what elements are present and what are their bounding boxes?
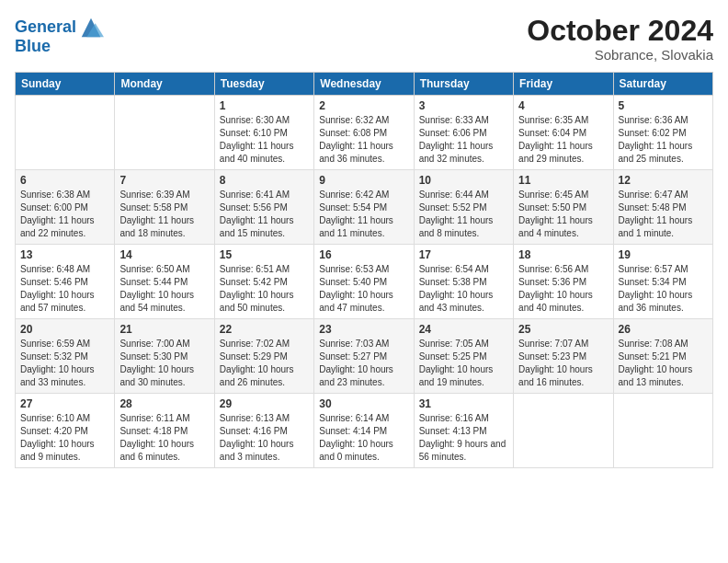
calendar-cell: 22Sunrise: 7:02 AM Sunset: 5:29 PM Dayli… <box>214 319 313 394</box>
calendar-table: SundayMondayTuesdayWednesdayThursdayFrid… <box>15 72 713 468</box>
day-of-week-header: Monday <box>115 73 214 96</box>
day-number: 25 <box>518 323 608 336</box>
day-info: Sunrise: 6:59 AM Sunset: 5:32 PM Dayligh… <box>20 338 109 389</box>
day-number: 2 <box>319 99 408 112</box>
day-info: Sunrise: 6:45 AM Sunset: 5:50 PM Dayligh… <box>518 189 608 240</box>
calendar-cell <box>115 96 214 170</box>
calendar-cell: 5Sunrise: 6:36 AM Sunset: 6:02 PM Daylig… <box>613 96 712 170</box>
calendar-cell: 13Sunrise: 6:48 AM Sunset: 5:46 PM Dayli… <box>16 245 115 319</box>
logo-icon <box>78 15 104 40</box>
calendar-cell: 29Sunrise: 6:13 AM Sunset: 4:16 PM Dayli… <box>214 394 313 468</box>
calendar-cell: 24Sunrise: 7:05 AM Sunset: 5:25 PM Dayli… <box>414 319 513 394</box>
day-number: 12 <box>619 174 708 187</box>
day-number: 17 <box>419 248 508 261</box>
day-number: 9 <box>319 174 408 187</box>
day-number: 29 <box>220 397 309 410</box>
calendar-cell: 26Sunrise: 7:08 AM Sunset: 5:21 PM Dayli… <box>613 319 712 394</box>
logo: General Blue <box>15 15 104 56</box>
day-number: 15 <box>220 248 309 261</box>
day-number: 23 <box>319 323 408 336</box>
day-number: 27 <box>20 397 109 410</box>
calendar-cell: 21Sunrise: 7:00 AM Sunset: 5:30 PM Dayli… <box>115 319 214 394</box>
subtitle: Sobrance, Slovakia <box>527 47 713 63</box>
day-of-week-header: Thursday <box>414 73 513 96</box>
calendar-cell: 10Sunrise: 6:44 AM Sunset: 5:52 PM Dayli… <box>414 170 513 245</box>
day-number: 31 <box>419 397 508 410</box>
day-info: Sunrise: 6:41 AM Sunset: 5:56 PM Dayligh… <box>220 189 309 240</box>
calendar-cell: 11Sunrise: 6:45 AM Sunset: 5:50 PM Dayli… <box>514 170 613 245</box>
calendar-cell: 19Sunrise: 6:57 AM Sunset: 5:34 PM Dayli… <box>613 245 712 319</box>
day-info: Sunrise: 6:38 AM Sunset: 6:00 PM Dayligh… <box>20 189 109 240</box>
calendar-cell: 1Sunrise: 6:30 AM Sunset: 6:10 PM Daylig… <box>214 96 313 170</box>
day-number: 22 <box>220 323 309 336</box>
day-info: Sunrise: 7:03 AM Sunset: 5:27 PM Dayligh… <box>319 338 408 389</box>
calendar-cell: 2Sunrise: 6:32 AM Sunset: 6:08 PM Daylig… <box>314 96 414 170</box>
calendar-body: 1Sunrise: 6:30 AM Sunset: 6:10 PM Daylig… <box>16 96 713 468</box>
day-info: Sunrise: 7:02 AM Sunset: 5:29 PM Dayligh… <box>220 338 309 389</box>
day-info: Sunrise: 6:10 AM Sunset: 4:20 PM Dayligh… <box>20 412 109 464</box>
day-info: Sunrise: 6:35 AM Sunset: 6:04 PM Dayligh… <box>518 114 608 166</box>
day-number: 20 <box>20 323 109 336</box>
day-info: Sunrise: 7:05 AM Sunset: 5:25 PM Dayligh… <box>419 338 508 389</box>
calendar-cell: 25Sunrise: 7:07 AM Sunset: 5:23 PM Dayli… <box>514 319 613 394</box>
day-of-week-header: Saturday <box>613 73 712 96</box>
day-number: 21 <box>119 323 209 336</box>
day-info: Sunrise: 6:14 AM Sunset: 4:14 PM Dayligh… <box>319 412 408 464</box>
day-info: Sunrise: 6:48 AM Sunset: 5:46 PM Dayligh… <box>20 263 109 315</box>
calendar-cell: 28Sunrise: 6:11 AM Sunset: 4:18 PM Dayli… <box>115 394 214 468</box>
day-number: 19 <box>619 248 708 261</box>
day-info: Sunrise: 6:53 AM Sunset: 5:40 PM Dayligh… <box>319 263 408 315</box>
day-number: 3 <box>419 99 508 112</box>
day-info: Sunrise: 6:54 AM Sunset: 5:38 PM Dayligh… <box>419 263 508 315</box>
header: General Blue October 2024 Sobrance, Slov… <box>15 15 713 63</box>
day-number: 4 <box>518 99 608 112</box>
page: General Blue October 2024 Sobrance, Slov… <box>0 0 728 563</box>
calendar-cell: 30Sunrise: 6:14 AM Sunset: 4:14 PM Dayli… <box>314 394 414 468</box>
day-number: 28 <box>119 397 209 410</box>
day-number: 16 <box>319 248 408 261</box>
calendar-cell: 15Sunrise: 6:51 AM Sunset: 5:42 PM Dayli… <box>214 245 313 319</box>
day-number: 7 <box>119 174 209 187</box>
day-info: Sunrise: 7:07 AM Sunset: 5:23 PM Dayligh… <box>518 338 608 389</box>
calendar-cell: 31Sunrise: 6:16 AM Sunset: 4:13 PM Dayli… <box>414 394 513 468</box>
day-info: Sunrise: 6:32 AM Sunset: 6:08 PM Dayligh… <box>319 114 408 166</box>
calendar-cell: 18Sunrise: 6:56 AM Sunset: 5:36 PM Dayli… <box>514 245 613 319</box>
day-info: Sunrise: 6:57 AM Sunset: 5:34 PM Dayligh… <box>619 263 708 315</box>
day-info: Sunrise: 6:16 AM Sunset: 4:13 PM Dayligh… <box>419 412 508 464</box>
calendar-week-row: 1Sunrise: 6:30 AM Sunset: 6:10 PM Daylig… <box>16 96 713 170</box>
calendar-cell: 8Sunrise: 6:41 AM Sunset: 5:56 PM Daylig… <box>214 170 313 245</box>
calendar-cell <box>514 394 613 468</box>
calendar-cell: 3Sunrise: 6:33 AM Sunset: 6:06 PM Daylig… <box>414 96 513 170</box>
calendar-week-row: 20Sunrise: 6:59 AM Sunset: 5:32 PM Dayli… <box>16 319 713 394</box>
day-number: 30 <box>319 397 408 410</box>
calendar-cell: 6Sunrise: 6:38 AM Sunset: 6:00 PM Daylig… <box>16 170 115 245</box>
day-info: Sunrise: 6:36 AM Sunset: 6:02 PM Dayligh… <box>619 114 708 166</box>
day-number: 11 <box>518 174 608 187</box>
month-title: October 2024 <box>527 15 713 47</box>
day-info: Sunrise: 6:44 AM Sunset: 5:52 PM Dayligh… <box>419 189 508 240</box>
title-block: October 2024 Sobrance, Slovakia <box>527 15 713 63</box>
calendar-cell <box>613 394 712 468</box>
day-number: 8 <box>220 174 309 187</box>
calendar-cell: 4Sunrise: 6:35 AM Sunset: 6:04 PM Daylig… <box>514 96 613 170</box>
day-info: Sunrise: 6:30 AM Sunset: 6:10 PM Dayligh… <box>220 114 309 166</box>
calendar-cell: 9Sunrise: 6:42 AM Sunset: 5:54 PM Daylig… <box>314 170 414 245</box>
day-of-week-header: Friday <box>514 73 613 96</box>
day-of-week-header: Tuesday <box>214 73 313 96</box>
day-info: Sunrise: 6:51 AM Sunset: 5:42 PM Dayligh… <box>220 263 309 315</box>
calendar-cell: 17Sunrise: 6:54 AM Sunset: 5:38 PM Dayli… <box>414 245 513 319</box>
day-info: Sunrise: 6:11 AM Sunset: 4:18 PM Dayligh… <box>119 412 209 464</box>
day-number: 24 <box>419 323 508 336</box>
day-info: Sunrise: 6:13 AM Sunset: 4:16 PM Dayligh… <box>220 412 309 464</box>
day-info: Sunrise: 6:56 AM Sunset: 5:36 PM Dayligh… <box>518 263 608 315</box>
day-info: Sunrise: 6:47 AM Sunset: 5:48 PM Dayligh… <box>619 189 708 240</box>
day-number: 26 <box>619 323 708 336</box>
calendar-cell: 7Sunrise: 6:39 AM Sunset: 5:58 PM Daylig… <box>115 170 214 245</box>
day-number: 1 <box>220 99 309 112</box>
calendar-cell <box>16 96 115 170</box>
calendar-week-row: 6Sunrise: 6:38 AM Sunset: 6:00 PM Daylig… <box>16 170 713 245</box>
calendar-week-row: 13Sunrise: 6:48 AM Sunset: 5:46 PM Dayli… <box>16 245 713 319</box>
day-info: Sunrise: 7:00 AM Sunset: 5:30 PM Dayligh… <box>119 338 209 389</box>
calendar-cell: 14Sunrise: 6:50 AM Sunset: 5:44 PM Dayli… <box>115 245 214 319</box>
calendar-cell: 27Sunrise: 6:10 AM Sunset: 4:20 PM Dayli… <box>16 394 115 468</box>
